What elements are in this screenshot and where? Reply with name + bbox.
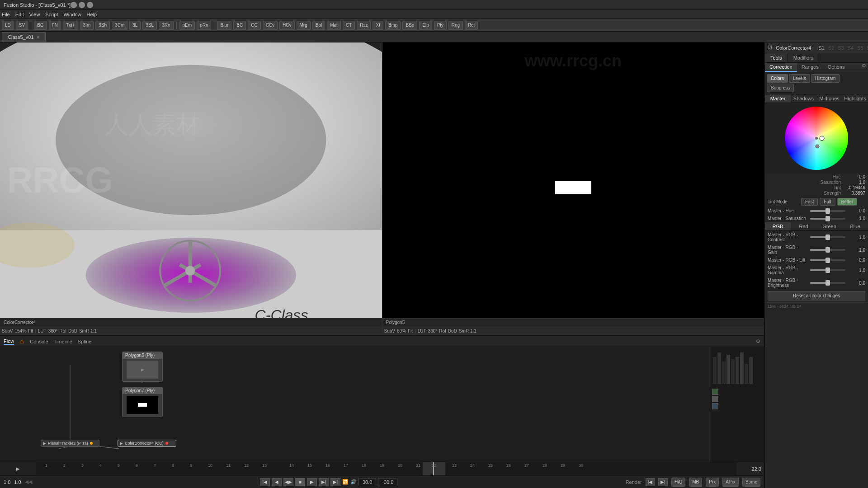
master-rgb-lift-slider[interactable]	[810, 259, 845, 261]
master-rgb-gamma-slider[interactable]	[810, 269, 845, 271]
tool-ld[interactable]: LD	[2, 21, 14, 30]
menu-file[interactable]: File	[2, 12, 10, 17]
tool-rng[interactable]: Rng	[448, 21, 463, 30]
range-highlights[interactable]: Highlights	[842, 94, 868, 103]
tool-mat[interactable]: Mat	[327, 21, 341, 30]
fit-left[interactable]: Fit	[28, 328, 33, 333]
dod-left[interactable]: DoD	[68, 328, 77, 333]
dod-right[interactable]: DoD	[448, 328, 457, 333]
tool-rsz[interactable]: Rsz	[357, 21, 371, 30]
loop-icon[interactable]: 🔁	[342, 479, 349, 485]
tool-3sl[interactable]: 3SL	[142, 21, 157, 30]
render-end-button[interactable]: ▶|	[658, 478, 668, 486]
play-forward-button[interactable]: ▶	[307, 478, 317, 486]
tool-ct[interactable]: CT	[343, 21, 355, 30]
corr-tab-ranges[interactable]: Ranges	[797, 63, 823, 72]
s3-btn[interactable]: S3	[838, 45, 844, 51]
rgb-tab-green[interactable]: Green	[816, 222, 842, 230]
step-back-button[interactable]: ◀	[272, 478, 282, 486]
lut-right[interactable]: LUT	[418, 328, 426, 333]
tool-xf[interactable]: Xf	[373, 21, 383, 30]
node-tab-timeline[interactable]: Timeline	[54, 339, 72, 344]
tool-elp[interactable]: Elp	[419, 21, 432, 30]
tool-3sh[interactable]: 3Sh	[95, 21, 110, 30]
stop-button[interactable]: ■	[295, 478, 305, 486]
maximize-button[interactable]	[79, 2, 85, 8]
s5-btn[interactable]: S5	[857, 45, 863, 51]
master-rgb-contrast-slider[interactable]	[810, 236, 845, 238]
go-to-end-button[interactable]: ▶|	[330, 478, 340, 486]
tab-modifiers[interactable]: Modifiers	[788, 53, 820, 62]
range-midtones[interactable]: Midtones	[816, 94, 842, 103]
tool-ccv[interactable]: CCv	[263, 21, 278, 30]
corr-settings-icon[interactable]: ⚙	[860, 63, 868, 72]
hiq-button[interactable]: HiQ	[671, 478, 685, 487]
s4-btn[interactable]: S4	[848, 45, 854, 51]
tool-bsp[interactable]: BSp	[402, 21, 417, 30]
viewer-right[interactable]: www.rrcg.cn Polygon5 SubV 60% Fit | LUT …	[382, 42, 764, 335]
smr-left[interactable]: SmR 1:1	[79, 328, 97, 333]
tint-fast-btn[interactable]: Fast	[801, 198, 818, 206]
reset-color-changes-button[interactable]: Reset all color changes	[768, 291, 865, 300]
play-back-button[interactable]: ◀▶	[283, 478, 293, 486]
node-tab-spline[interactable]: Spline	[78, 339, 92, 344]
tool-mrg[interactable]: Mrg	[297, 21, 311, 30]
s1-btn[interactable]: S1	[818, 45, 824, 51]
tool-prn[interactable]: pRn	[197, 21, 211, 30]
color-wheel-wrapper[interactable]	[785, 107, 848, 170]
tab-close-icon[interactable]: ✕	[36, 35, 40, 40]
mb-button[interactable]: MB	[689, 478, 702, 487]
go-to-start-button[interactable]: |◀	[260, 478, 270, 486]
smr-right[interactable]: SmR 1:1	[459, 328, 476, 333]
aprx-button[interactable]: APrx	[722, 478, 739, 487]
tool-bc[interactable]: BC	[233, 21, 246, 30]
timeline-ruler[interactable]: 1 2 3 4 5 6 7 8 9 10 11 12 13 14 15 16 1	[36, 462, 737, 475]
rot-right[interactable]: 360°	[428, 328, 438, 333]
node-tab-flow[interactable]: Flow	[4, 338, 14, 345]
range-shadows[interactable]: Shadows	[791, 94, 816, 103]
menu-view[interactable]: View	[29, 12, 40, 17]
zoom-right[interactable]: 60%	[397, 328, 406, 333]
node-polygon7[interactable]: Polygon7 (Ply)	[122, 387, 163, 417]
s2-btn[interactable]: S2	[828, 45, 834, 51]
tool-blur[interactable]: Blur	[217, 21, 231, 30]
colors-button[interactable]: Colors	[767, 74, 788, 83]
zoom-left[interactable]: 154%	[14, 328, 26, 333]
tool-3rn[interactable]: 3Rn	[159, 21, 173, 30]
some-button[interactable]: Some	[742, 478, 760, 487]
suppress-button[interactable]: Suppress	[767, 84, 794, 92]
master-rgb-gain-slider[interactable]	[810, 249, 845, 251]
menu-edit[interactable]: Edit	[15, 12, 24, 17]
tool-sv[interactable]: SV	[16, 21, 28, 30]
node-polygon5[interactable]: Polygon5 (Ply) ▶	[122, 352, 163, 382]
tool-fn[interactable]: FN	[49, 21, 61, 30]
tool-bg[interactable]: BG	[34, 21, 47, 30]
node-colorcorrector[interactable]: ▶ ColorCorrector4 (CC)	[118, 440, 176, 447]
tool-3cm[interactable]: 3Cm	[112, 21, 127, 30]
tab-class5[interactable]: Class5_v01 ✕	[2, 32, 46, 42]
tool-cc[interactable]: CC	[248, 21, 260, 30]
menu-script[interactable]: Script	[45, 12, 58, 17]
flow-options-icon[interactable]: ⚙	[756, 338, 760, 344]
master-hue-slider[interactable]	[810, 210, 845, 212]
lut-left[interactable]: LUT	[38, 328, 47, 333]
tool-3im[interactable]: 3Im	[80, 21, 94, 30]
subv-left[interactable]: SubV	[2, 328, 13, 333]
tool-txt[interactable]: Txt+	[63, 21, 78, 30]
render-start-button[interactable]: |◀	[646, 478, 655, 486]
rgb-tab-rgb[interactable]: RGB	[765, 222, 791, 230]
minimize-button[interactable]	[71, 2, 77, 8]
node-planartracker[interactable]: ▶ PlanarTracker2 (PTra)	[41, 440, 99, 447]
corr-tab-correction[interactable]: Correction	[765, 63, 797, 72]
master-saturation-slider[interactable]	[810, 218, 845, 220]
roi-left[interactable]: RoI	[59, 328, 66, 333]
tint-full-btn[interactable]: Full	[820, 198, 835, 206]
step-forward-button[interactable]: ▶|	[319, 478, 329, 486]
tool-bmp[interactable]: Bmp	[385, 21, 401, 30]
tool-bol[interactable]: Bol	[312, 21, 325, 30]
master-rgb-brightness-slider[interactable]	[810, 282, 845, 284]
tab-tools[interactable]: Tools	[765, 53, 788, 62]
menu-help[interactable]: Help	[87, 12, 97, 17]
levels-button[interactable]: Levels	[789, 74, 810, 83]
range-master[interactable]: Master	[765, 94, 791, 103]
